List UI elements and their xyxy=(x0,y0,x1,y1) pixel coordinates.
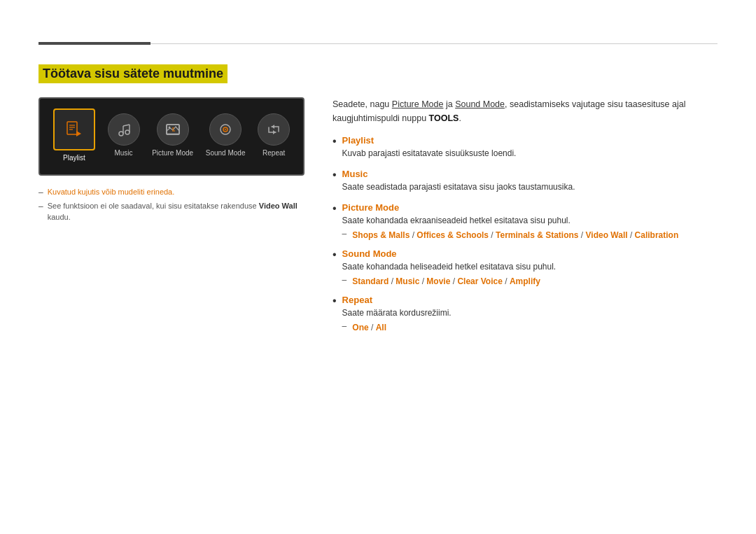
sep2: / xyxy=(489,230,496,240)
music-icon-box xyxy=(108,113,140,146)
bullet-item-repeat: • Repeat Saate määrata kordusrežiimi. – … xyxy=(332,295,718,334)
option-one: One xyxy=(352,323,368,332)
repeat-label: Repeat xyxy=(262,149,285,157)
bullet-title-repeat: Repeat xyxy=(342,295,718,305)
bullet-dot-sound-mode: • xyxy=(332,249,337,260)
picture-mode-intro-highlight: Picture Mode xyxy=(392,99,444,109)
bullet-content-music: Music Saate seadistada parajasti esitata… xyxy=(342,169,718,195)
playlist-icon-box xyxy=(53,108,95,150)
intro-text: Seadete, nagu Picture Mode ja Sound Mode… xyxy=(332,97,718,125)
picture-mode-options: Shops & Malls / Offices & Schools / Term… xyxy=(352,229,678,241)
bullet-dot-playlist: • xyxy=(332,136,337,147)
bullet-dot-picture-mode: • xyxy=(332,203,337,214)
playlist-icon-item[interactable]: Playlist xyxy=(53,108,95,162)
sep7: / xyxy=(450,276,457,286)
playlist-label: Playlist xyxy=(63,154,85,162)
sep9: / xyxy=(369,323,376,332)
svg-marker-20 xyxy=(273,130,276,134)
bullet-list: • Playlist Kuvab parajasti esitatavate s… xyxy=(332,135,718,334)
repeat-sub-dash: – xyxy=(342,321,347,331)
playlist-icon xyxy=(64,120,84,139)
media-icons-row: Playlist Musi xyxy=(47,108,296,162)
option-terminals-stations: Terminals & Stations xyxy=(496,230,578,240)
option-movie: Movie xyxy=(426,276,450,286)
repeat-options: One / All xyxy=(352,321,386,334)
svg-marker-19 xyxy=(272,125,274,129)
sound-mode-icon xyxy=(218,122,233,137)
bullet-title-music: Music xyxy=(342,169,718,179)
note-text-1: Kuvatud kujutis võib mudeliti erineda. xyxy=(48,187,175,197)
bullet-desc-picture-mode: Saate kohandada ekraaniseadeid hetkel es… xyxy=(342,214,718,227)
music-icon xyxy=(116,122,132,137)
page-title: Töötava sisu sätete muutmine xyxy=(38,64,227,83)
bullet-content-sound-mode: Sound Mode Saate kohandada heliseadeid h… xyxy=(342,248,718,288)
bullet-item-picture-mode: • Picture Mode Saate kohandada ekraanise… xyxy=(332,202,718,241)
bullet-dot-music: • xyxy=(332,169,337,181)
bullet-desc-sound-mode: Saate kohandada heliseadeid hetkel esita… xyxy=(342,260,718,273)
picture-mode-sub-dash: – xyxy=(342,229,347,239)
page-container: Töötava sisu sätete muutmine xyxy=(0,0,756,369)
sep5: / xyxy=(388,276,396,286)
sound-mode-sub-dash: – xyxy=(342,275,347,285)
note-text-2: See funktsioon ei ole saadaval, kui sisu… xyxy=(48,201,304,223)
repeat-icon xyxy=(266,122,281,137)
picture-mode-icon xyxy=(165,122,181,137)
picture-mode-label: Picture Mode xyxy=(152,149,193,157)
svg-point-6 xyxy=(125,130,130,134)
thin-line xyxy=(150,43,718,44)
option-amplify: Amplify xyxy=(510,276,540,286)
notes-section: – Kuvatud kujutis võib mudeliti erineda.… xyxy=(38,187,304,223)
thick-line xyxy=(38,42,150,45)
bullet-content-repeat: Repeat Saate määrata kordusrežiimi. – On… xyxy=(342,295,718,334)
bullet-title-playlist: Playlist xyxy=(342,135,718,146)
repeat-icon-item[interactable]: Repeat xyxy=(258,113,290,157)
bullet-item-sound-mode: • Sound Mode Saate kohandada heliseadeid… xyxy=(332,248,718,288)
bullet-dot-repeat: • xyxy=(332,295,337,307)
option-video-wall: Video Wall xyxy=(586,230,628,240)
media-player: Playlist Musi xyxy=(38,97,304,176)
sep6: / xyxy=(419,276,426,286)
svg-point-18 xyxy=(225,129,226,130)
bullet-desc-music: Saate seadistada parajasti esitatava sis… xyxy=(342,181,718,193)
sep4: / xyxy=(628,230,635,240)
bullet-item-playlist: • Playlist Kuvab parajasti esitatavate s… xyxy=(332,135,718,162)
option-all: All xyxy=(376,323,386,332)
sep8: / xyxy=(503,276,510,286)
bullet-content-picture-mode: Picture Mode Saate kohandada ekraanisead… xyxy=(342,202,718,241)
svg-point-11 xyxy=(168,127,170,129)
video-wall-link: Video Wall xyxy=(259,202,298,210)
note-item-1: – Kuvatud kujutis võib mudeliti erineda. xyxy=(38,187,304,197)
bullet-title-sound-mode: Sound Mode xyxy=(342,248,718,259)
svg-line-9 xyxy=(123,125,130,126)
note-dash-1: – xyxy=(38,188,43,197)
picture-mode-icon-item[interactable]: Picture Mode xyxy=(152,113,193,157)
bullet-desc-playlist: Kuvab parajasti esitatavate sisuüksuste … xyxy=(342,147,718,160)
sep3: / xyxy=(579,230,586,240)
music-label: Music xyxy=(114,149,132,157)
sound-mode-icon-item[interactable]: Sound Mode xyxy=(206,113,246,157)
repeat-sub: – One / All xyxy=(342,321,718,334)
sound-mode-icon-box xyxy=(209,113,241,146)
tools-bold: TOOLS xyxy=(429,113,459,123)
note-item-2: – See funktsioon ei ole saadaval, kui si… xyxy=(38,201,304,223)
sound-mode-options: Standard / Music / Movie / Clear Voice /… xyxy=(352,275,540,288)
note-highlight-1: Kuvatud kujutis võib mudeliti erineda. xyxy=(48,188,175,196)
option-music: Music xyxy=(396,276,419,286)
svg-rect-0 xyxy=(67,122,77,134)
bullet-desc-repeat: Saate määrata kordusrežiimi. xyxy=(342,307,718,319)
repeat-icon-box xyxy=(258,113,290,146)
sound-mode-sub: – Standard / Music / Movie / Clear Voice… xyxy=(342,275,718,288)
option-offices-schools: Offices & Schools xyxy=(416,230,489,240)
option-calibration: Calibration xyxy=(635,230,679,240)
sep1: / xyxy=(410,230,416,240)
option-clear-voice: Clear Voice xyxy=(457,276,502,286)
note-dash-2: – xyxy=(38,202,43,211)
left-column: Playlist Musi xyxy=(38,97,304,226)
top-line-decoration xyxy=(38,42,718,45)
music-icon-item[interactable]: Music xyxy=(108,113,140,157)
right-column: Seadete, nagu Picture Mode ja Sound Mode… xyxy=(332,97,718,341)
option-shops-malls: Shops & Malls xyxy=(352,230,410,240)
svg-marker-4 xyxy=(76,131,81,136)
picture-mode-icon-box xyxy=(157,113,189,146)
sound-mode-label: Sound Mode xyxy=(206,149,246,157)
